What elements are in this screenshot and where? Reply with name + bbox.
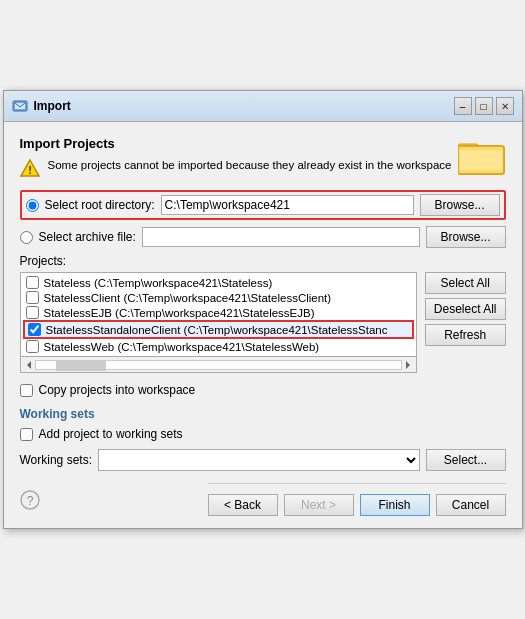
window-icon <box>12 98 28 114</box>
projects-area: Stateless (C:\Temp\workspace421\Stateles… <box>20 272 506 373</box>
add-working-set-checkbox[interactable] <box>20 428 33 441</box>
window-title: Import <box>34 99 71 113</box>
bottom-area: ? < Back Next > Finish Cancel <box>20 483 506 516</box>
import-window: Import – □ ✕ Import Projects ! Some proj… <box>3 90 523 529</box>
list-item-highlighted: StatelessStandaloneClient (C:\Temp\works… <box>23 320 414 339</box>
working-sets-field-row: Working sets: Select... <box>20 449 506 471</box>
project-checkbox-0[interactable] <box>26 276 39 289</box>
project-text-2: StatelessEJB (C:\Temp\workspace421\State… <box>44 307 315 319</box>
projects-label: Projects: <box>20 254 506 268</box>
cancel-button[interactable]: Cancel <box>436 494 506 516</box>
scroll-left-icon[interactable] <box>23 359 35 371</box>
project-checkbox-3[interactable] <box>28 323 41 336</box>
archive-browse-button[interactable]: Browse... <box>426 226 506 248</box>
warning-text: Some projects cannot be imported because… <box>48 157 452 173</box>
project-checkbox-2[interactable] <box>26 306 39 319</box>
archive-file-input[interactable] <box>142 227 420 247</box>
help-icon[interactable]: ? <box>20 490 40 510</box>
working-sets-dropdown[interactable] <box>98 449 420 471</box>
svg-text:?: ? <box>26 494 33 508</box>
footer-buttons: < Back Next > Finish Cancel <box>208 483 506 516</box>
copy-checkbox[interactable] <box>20 384 33 397</box>
list-item: StatelessClient (C:\Temp\workspace421\St… <box>23 290 414 305</box>
section-title: Import Projects <box>20 136 458 151</box>
svg-marker-8 <box>27 361 31 369</box>
svg-rect-7 <box>460 150 502 170</box>
list-item: StatelessWeb (C:\Temp\workspace421\State… <box>23 339 414 354</box>
svg-text:!: ! <box>28 164 32 176</box>
deselect-all-button[interactable]: Deselect All <box>425 298 506 320</box>
working-sets-title: Working sets <box>20 407 506 421</box>
close-button[interactable]: ✕ <box>496 97 514 115</box>
project-text-4: StatelessWeb (C:\Temp\workspace421\State… <box>44 341 320 353</box>
side-buttons: Select All Deselect All Refresh <box>425 272 506 373</box>
working-sets-field-label: Working sets: <box>20 453 92 467</box>
warning-box: ! Some projects cannot be imported becau… <box>20 157 458 178</box>
working-sets-select-button[interactable]: Select... <box>426 449 506 471</box>
finish-button[interactable]: Finish <box>360 494 430 516</box>
title-bar: Import – □ ✕ <box>4 91 522 122</box>
maximize-button[interactable]: □ <box>475 97 493 115</box>
add-working-set-row: Add project to working sets <box>20 427 506 441</box>
list-item: Stateless (C:\Temp\workspace421\Stateles… <box>23 275 414 290</box>
projects-list: Stateless (C:\Temp\workspace421\Stateles… <box>20 272 417 357</box>
archive-file-label: Select archive file: <box>39 230 136 244</box>
copy-checkbox-row: Copy projects into workspace <box>20 383 506 397</box>
warning-icon: ! <box>20 158 40 178</box>
root-directory-radio[interactable] <box>26 199 39 212</box>
copy-label: Copy projects into workspace <box>39 383 196 397</box>
project-text-0: Stateless (C:\Temp\workspace421\Stateles… <box>44 277 273 289</box>
scroll-right-icon[interactable] <box>402 359 414 371</box>
list-item: StatelessEJB (C:\Temp\workspace421\State… <box>23 305 414 320</box>
root-directory-row: Select root directory: C:\Temp\workspace… <box>20 190 506 220</box>
title-controls: – □ ✕ <box>454 97 514 115</box>
svg-marker-9 <box>406 361 410 369</box>
project-text-3: StatelessStandaloneClient (C:\Temp\works… <box>46 324 388 336</box>
back-button[interactable]: < Back <box>208 494 278 516</box>
select-all-button[interactable]: Select All <box>425 272 506 294</box>
project-checkbox-1[interactable] <box>26 291 39 304</box>
archive-file-row: Select archive file: Browse... <box>20 226 506 248</box>
refresh-button[interactable]: Refresh <box>425 324 506 346</box>
root-directory-input[interactable]: C:\Temp\workspace421 <box>161 195 414 215</box>
root-browse-button[interactable]: Browse... <box>420 194 500 216</box>
next-button[interactable]: Next > <box>284 494 354 516</box>
add-working-set-label: Add project to working sets <box>39 427 183 441</box>
project-checkbox-4[interactable] <box>26 340 39 353</box>
project-text-1: StatelessClient (C:\Temp\workspace421\St… <box>44 292 332 304</box>
minimize-button[interactable]: – <box>454 97 472 115</box>
archive-file-radio[interactable] <box>20 231 33 244</box>
folder-icon <box>458 136 506 176</box>
root-directory-label: Select root directory: <box>45 198 155 212</box>
